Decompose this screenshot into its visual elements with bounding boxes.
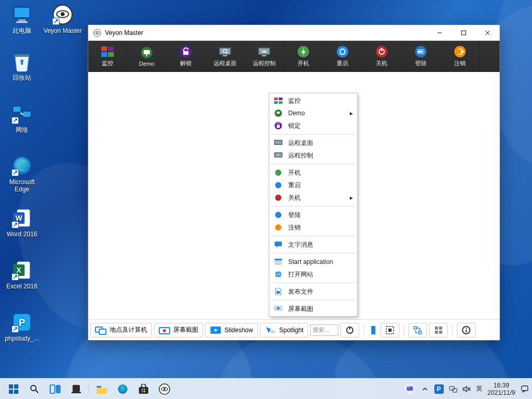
cm-reboot[interactable]: 重启 bbox=[269, 179, 357, 191]
svg-point-50 bbox=[454, 46, 466, 57]
toolbar-reboot[interactable]: 重启 bbox=[323, 41, 362, 72]
toolbar-logout[interactable]: 注销 bbox=[441, 41, 480, 72]
cm-label: 屏幕截图 bbox=[288, 305, 353, 313]
cm-monitor[interactable]: 监控 bbox=[269, 94, 357, 107]
network-status-icon[interactable] bbox=[449, 385, 457, 393]
svg-rect-79 bbox=[371, 326, 375, 334]
tab-screenshot[interactable]: 屏幕截图 bbox=[154, 323, 203, 337]
taskbar-store[interactable] bbox=[133, 379, 154, 400]
cm-shutdown[interactable]: 关机 ▸ bbox=[269, 191, 357, 204]
svg-rect-78 bbox=[349, 327, 350, 330]
taskbar-clock[interactable]: 16:39 2021/11/9 bbox=[488, 382, 515, 396]
task-view[interactable] bbox=[45, 379, 66, 400]
auto-arrange-button[interactable] bbox=[408, 323, 427, 337]
svg-point-74 bbox=[163, 329, 166, 332]
taskbar-veyon[interactable] bbox=[154, 379, 175, 400]
slideshow-icon bbox=[210, 325, 221, 335]
fit-all-button[interactable] bbox=[381, 323, 399, 337]
desktop-icon-edge[interactable]: Microsoft Edge bbox=[2, 155, 42, 193]
tray-overflow-icon[interactable] bbox=[421, 385, 429, 393]
cm-screenshot[interactable]: 屏幕截图 bbox=[269, 303, 357, 315]
power-button[interactable] bbox=[340, 323, 359, 337]
toolbar-remote-desktop[interactable]: 远程桌面 bbox=[206, 41, 245, 72]
logout-icon bbox=[274, 223, 283, 232]
notifications-icon[interactable] bbox=[521, 385, 529, 393]
svg-rect-97 bbox=[56, 385, 61, 393]
tab-slideshow[interactable]: Slideshow bbox=[205, 323, 258, 337]
toolbar-poweron[interactable]: 开机 bbox=[284, 41, 323, 72]
svg-rect-81 bbox=[388, 329, 392, 332]
desktop-icon-recycle[interactable]: 回收站 bbox=[2, 51, 42, 81]
desktop-icon-excel[interactable]: X Excel 2016 bbox=[2, 260, 42, 290]
desktop-icon-network[interactable]: 网络 bbox=[2, 103, 42, 134]
remote-desktop-icon bbox=[274, 139, 283, 147]
svg-point-40 bbox=[264, 52, 265, 53]
separator bbox=[363, 324, 364, 336]
cm-logout[interactable]: 注销 bbox=[269, 221, 357, 234]
tab-spotlight[interactable]: Spotlight bbox=[260, 323, 309, 337]
cm-message[interactable]: 文字消息 bbox=[269, 238, 357, 251]
tab-locations[interactable]: 地点及计算机 bbox=[90, 323, 152, 337]
cm-remote-control[interactable]: 远程控制 bbox=[269, 149, 357, 162]
minimize-button[interactable] bbox=[428, 25, 452, 41]
desktop-icon-word[interactable]: W Word 2016 bbox=[2, 208, 42, 238]
search-input[interactable]: 搜索... bbox=[310, 324, 338, 336]
cm-publish-file[interactable]: 发布文件 bbox=[269, 285, 357, 298]
taskbar-search[interactable] bbox=[24, 379, 45, 400]
svg-point-109 bbox=[163, 388, 165, 390]
svg-rect-86 bbox=[435, 331, 438, 334]
ime-indicator[interactable]: 英 bbox=[476, 384, 482, 393]
cm-label: 锁定 bbox=[288, 122, 353, 130]
tray-p-badge[interactable]: P bbox=[434, 384, 444, 394]
recycle-icon bbox=[11, 51, 32, 72]
cm-open-website[interactable]: 打开网站 bbox=[269, 268, 357, 281]
titlebar[interactable]: Veyon Master bbox=[88, 25, 500, 41]
cm-separator bbox=[270, 283, 356, 283]
grid-view-button[interactable] bbox=[429, 323, 448, 337]
app-icon bbox=[92, 28, 102, 38]
volume-mute-icon[interactable] bbox=[463, 385, 471, 393]
toolbar-login[interactable]: 登陆 bbox=[401, 41, 441, 72]
veyon-master-window: Veyon Master 监控 Demo 解锁 bbox=[88, 25, 500, 341]
cm-label: Demo bbox=[288, 110, 346, 117]
cm-separator bbox=[270, 206, 356, 207]
cm-demo[interactable]: Demo ▸ bbox=[269, 107, 357, 119]
desktop-icon-phpstudy[interactable]: P phpstudy_... bbox=[2, 312, 42, 342]
tray-chat-icon[interactable] bbox=[404, 383, 416, 395]
info-button[interactable] bbox=[457, 323, 476, 337]
cm-remote-desktop[interactable]: 远程桌面 bbox=[269, 137, 357, 149]
taskbar-edge[interactable] bbox=[112, 379, 133, 400]
taskbar-explorer[interactable] bbox=[91, 379, 112, 400]
svg-rect-104 bbox=[144, 389, 145, 390]
svg-rect-58 bbox=[277, 125, 280, 128]
cm-start-application[interactable]: Start application bbox=[269, 256, 357, 268]
cm-lock[interactable]: 锁定 bbox=[269, 119, 357, 132]
cm-label: 重启 bbox=[288, 181, 353, 190]
desktop-icon-veyon[interactable]: Veyon Master bbox=[43, 4, 82, 34]
svg-rect-68 bbox=[277, 291, 280, 294]
toolbar-shutdown[interactable]: 关机 bbox=[362, 41, 401, 72]
thumb-size-small[interactable] bbox=[368, 323, 379, 337]
lock-icon bbox=[274, 122, 283, 130]
cm-poweron[interactable]: 开机 bbox=[269, 166, 357, 179]
close-button[interactable] bbox=[476, 25, 500, 41]
start-button[interactable] bbox=[3, 379, 24, 400]
toolbar-unlock[interactable]: 解锁 bbox=[167, 41, 206, 72]
desktop-icon-label: Word 2016 bbox=[2, 231, 42, 238]
maximize-button[interactable] bbox=[452, 25, 476, 41]
toolbar-monitor[interactable]: 监控 bbox=[88, 41, 127, 72]
toolbar-remote-control[interactable]: 远程控制 bbox=[245, 41, 284, 72]
svg-rect-24 bbox=[462, 31, 466, 35]
taskbar-desktops[interactable] bbox=[66, 379, 87, 400]
logout-icon bbox=[453, 46, 467, 57]
desktop-icon-label: 此电脑 bbox=[2, 27, 42, 34]
shortcut-arrow-icon bbox=[11, 325, 19, 333]
svg-rect-8 bbox=[23, 112, 30, 117]
client-area[interactable]: 监控 Demo ▸ 锁定 远程桌面 远程控制 bbox=[88, 72, 500, 319]
toolbar-demo[interactable]: Demo bbox=[127, 41, 167, 72]
desktop-icon-label: 网络 bbox=[2, 126, 42, 134]
desktop-icon-pc[interactable]: 此电脑 bbox=[2, 4, 42, 34]
cm-login[interactable]: 登陆 bbox=[269, 209, 357, 221]
edge-icon bbox=[11, 155, 32, 176]
toolbar-label: 监控 bbox=[102, 59, 113, 67]
